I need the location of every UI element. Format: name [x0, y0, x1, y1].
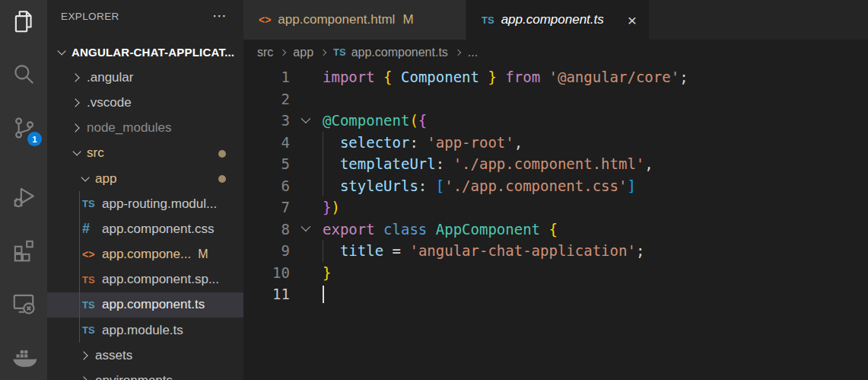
breadcrumb-item-app-component-ts[interactable]: TSapp.component.ts [333, 46, 448, 59]
indent-guide [323, 153, 323, 175]
code-token: } [323, 199, 331, 216]
code-token: AppComponent [436, 221, 540, 238]
code-line-content: export class AppComponent { [323, 219, 558, 241]
code-token [497, 69, 505, 85]
ts-file-icon: TS [82, 299, 102, 311]
close-icon[interactable]: × [625, 12, 640, 28]
code-token: class [383, 221, 427, 238]
code-token [479, 69, 488, 85]
code-token: ) [331, 199, 339, 216]
chevron-right-icon [79, 376, 87, 380]
vscode-window: 1 EXPLORER ⋯ ANGULAR-CHAT-APPLICAT....an… [0, 0, 868, 380]
code-token: 'angular-chat-application' [409, 242, 635, 259]
tree-item-angular-chat-applicat[interactable]: ANGULAR-CHAT-APPLICAT... [47, 40, 243, 65]
code-token [323, 177, 340, 194]
code-line-6: 6 styleUrls: ['./app.component.css'] [243, 175, 868, 197]
breadcrumb: srcappTSapp.component.ts... [243, 40, 868, 65]
editor-group: <>app.component.htmlMTSapp.component.ts×… [243, 0, 868, 380]
tree-indent-guide [79, 191, 80, 343]
docker-icon [11, 343, 37, 372]
code-token [444, 155, 453, 172]
tree-item-app-component-css[interactable]: #app.component.css [47, 216, 243, 241]
tree-item-app-compone[interactable]: <>app.compone...M [47, 242, 243, 267]
code-line-content: title = 'angular-chat-application'; [323, 240, 644, 262]
code-line-content: templateUrl: './app.component.html', [323, 153, 653, 175]
activity-remote-explorer-button[interactable] [0, 288, 47, 321]
code-line-8: 8export class AppComponent { [243, 219, 868, 241]
activity-source-control-button[interactable]: 1 [0, 113, 47, 146]
tree-item-app[interactable]: app [47, 166, 243, 191]
code-token: './app.component.css' [444, 177, 627, 194]
code-token: } [488, 69, 496, 85]
line-number: 9 [243, 242, 290, 259]
line-number: 10 [243, 264, 290, 281]
code-token: { [418, 112, 427, 129]
code-token: : [436, 155, 444, 172]
tree-item-app-routing-modul[interactable]: TSapp-routing.modul... [47, 191, 243, 216]
code-token [323, 155, 340, 172]
file-tree: ANGULAR-CHAT-APPLICAT....angular.vscoden… [47, 40, 243, 380]
activity-docker-button[interactable] [0, 341, 47, 375]
code-area[interactable]: 1import { Component } from '@angular/cor… [243, 65, 868, 380]
activity-explorer-button[interactable] [0, 6, 47, 40]
activity-search-button[interactable] [0, 59, 47, 93]
more-actions-button[interactable]: ⋯ [212, 8, 227, 20]
source-control-badge: 1 [27, 132, 42, 146]
code-token [540, 69, 548, 85]
explorer-title: EXPLORER [61, 5, 119, 22]
chevron-right-icon [71, 123, 79, 132]
code-token [393, 69, 401, 85]
code-line-3: 3@Component({ [243, 110, 868, 132]
activity-run-debug-button[interactable] [0, 181, 47, 215]
breadcrumb-item-src[interactable]: src [257, 46, 273, 59]
code-token: , [644, 155, 653, 172]
line-number: 11 [243, 286, 290, 302]
code-token [375, 69, 383, 85]
tab-app.component.html[interactable]: <>app.component.htmlM [243, 0, 466, 40]
tree-item-app-component-sp[interactable]: TSapp.component.sp... [47, 267, 243, 292]
code-token: './app.component.html' [453, 155, 645, 172]
code-token: { [383, 69, 392, 85]
fold-chevron-down-icon[interactable] [301, 113, 311, 123]
code-token: ] [627, 177, 635, 194]
code-line-5: 5 templateUrl: './app.component.html', [243, 153, 868, 175]
ts-file-icon: TS [482, 14, 494, 26]
tree-item-vscode[interactable]: .vscode [47, 90, 243, 115]
line-number: 3 [243, 112, 290, 129]
fold-chevron-down-icon[interactable] [301, 222, 311, 232]
activity-extensions-button[interactable] [0, 235, 47, 268]
line-number: 1 [243, 69, 290, 85]
git-modified-badge: M [402, 12, 413, 27]
code-line-content: } [323, 262, 331, 284]
code-token [401, 242, 409, 259]
code-token: 'app-root' [427, 134, 513, 151]
text-cursor [323, 286, 324, 303]
code-line-content: import { Component } from '@angular/core… [323, 66, 688, 88]
tree-item-app-component-ts[interactable]: TSapp.component.ts [47, 292, 243, 318]
git-modified-dot [218, 175, 226, 183]
tree-item-assets[interactable]: assets [47, 343, 243, 368]
html-file-icon: <> [82, 248, 102, 260]
line-number: 6 [243, 177, 290, 194]
tab-app.component.ts[interactable]: TSapp.component.ts× [466, 0, 649, 40]
tree-item-node-modules[interactable]: node_modules [47, 116, 243, 141]
tree-item-angular[interactable]: .angular [47, 65, 243, 90]
breadcrumb-label: ... [468, 46, 478, 59]
tree-item-environments[interactable]: environments [47, 368, 243, 380]
code-token: import [323, 69, 375, 85]
code-token: ; [636, 242, 644, 259]
chevron-down-icon [57, 46, 65, 55]
code-line-7: 7}) [243, 196, 868, 219]
gutter-fold-area [290, 117, 323, 124]
remote-explorer-icon [11, 290, 37, 319]
breadcrumb-item--[interactable]: ... [468, 46, 478, 59]
line-number: 5 [243, 155, 290, 172]
chevron-right-icon [79, 351, 87, 359]
breadcrumb-label: app [293, 46, 313, 59]
tree-item-app-module-ts[interactable]: TSapp.module.ts [47, 318, 243, 343]
tree-item-src[interactable]: src [47, 141, 243, 166]
git-modified-badge: M [198, 247, 208, 261]
code-token: from [505, 69, 540, 85]
indent-guide [323, 175, 323, 197]
breadcrumb-item-app[interactable]: app [293, 46, 313, 59]
